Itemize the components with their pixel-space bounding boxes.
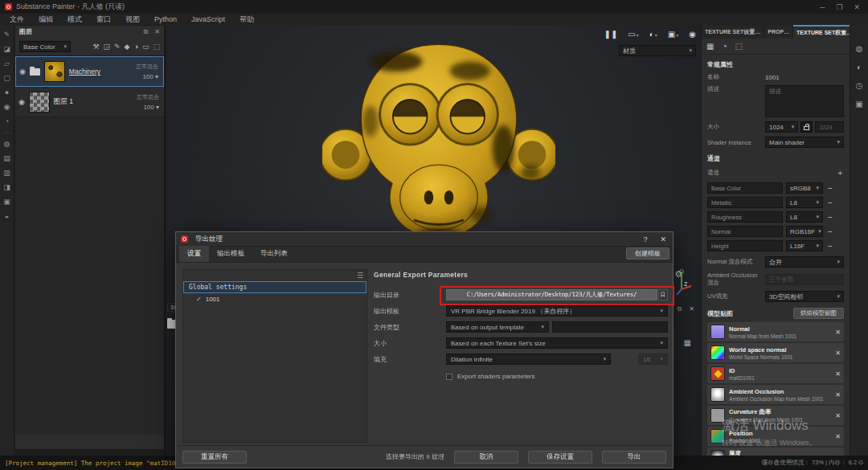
channel-name[interactable]: Metallic xyxy=(707,197,783,208)
add-fill-layer-icon[interactable]: ◲ xyxy=(104,43,111,51)
smudge-tool-icon[interactable]: ● xyxy=(5,89,9,96)
file-type-extra-field[interactable] xyxy=(552,321,668,333)
menu-window[interactable]: 窗口 xyxy=(90,14,117,25)
blend-mode[interactable]: 正常混合 xyxy=(137,93,159,101)
float-panel-icon[interactable]: ⧉ xyxy=(678,305,682,313)
visibility-eye-icon[interactable]: ◉ xyxy=(19,67,26,76)
tab-output-templates[interactable]: 输出模板 xyxy=(209,246,252,262)
size-lock-button[interactable] xyxy=(800,121,813,133)
channel-name[interactable]: Height xyxy=(707,240,783,251)
eraser-tool-icon[interactable]: ◪ xyxy=(3,46,10,53)
paint-tool-icon[interactable]: ✎ xyxy=(4,31,10,39)
output-directory-field[interactable]: C:/Users/Administrator/Desktop/123/凡人修/T… xyxy=(446,289,657,300)
channel-name[interactable]: Base Color xyxy=(707,182,783,194)
reset-all-button[interactable]: 重置所有 xyxy=(182,451,247,464)
list-options-icon[interactable]: ☰ xyxy=(357,272,363,280)
remove-mesh-map-icon[interactable]: ✕ xyxy=(835,433,841,440)
menu-python[interactable]: Python xyxy=(148,15,183,23)
delete-layer-icon[interactable]: ⬚ xyxy=(153,43,160,51)
remove-channel-icon[interactable]: − xyxy=(828,227,833,236)
close-button[interactable]: ✕ xyxy=(854,3,860,11)
menu-help[interactable]: 帮助 xyxy=(233,14,260,25)
dialog-title-bar[interactable]: 导出纹理 ? ✕ xyxy=(176,232,673,247)
layer-thumbnail[interactable] xyxy=(29,92,50,112)
menu-view[interactable]: 视图 xyxy=(119,14,146,25)
size-height-field[interactable]: 1024 xyxy=(815,121,844,133)
shader-instance-select[interactable]: Main shader▾ xyxy=(765,137,844,148)
gear-icon[interactable]: ⚙ xyxy=(674,269,682,280)
display-settings-icon[interactable]: ◍ xyxy=(4,141,10,148)
mesh-map-item[interactable]: NormalNormal Map from Mesh 1001 ✕ xyxy=(707,322,844,341)
camera-icon[interactable]: ▣▾ xyxy=(668,30,678,39)
pause-engine-icon[interactable]: ❚❚ xyxy=(604,30,618,39)
tab-properties[interactable]: PROP… xyxy=(764,25,793,39)
export-size-select[interactable]: Based on each Texture Set's size ▾ xyxy=(446,337,668,349)
mesh-map-item[interactable]: World space normalWorld Space Normals 10… xyxy=(707,343,844,362)
remove-mesh-map-icon[interactable]: ✕ xyxy=(835,412,841,419)
bake-mesh-maps-button[interactable]: 烘焙模型贴图 xyxy=(793,308,844,319)
environment-icon[interactable]: ◐▾ xyxy=(649,30,657,39)
camera-settings-icon[interactable]: ▣ xyxy=(855,100,862,108)
channel-format-select[interactable]: L8▾ xyxy=(786,211,823,223)
channel-format-select[interactable]: RGB16F▾ xyxy=(786,226,823,237)
layers-panel-icon[interactable]: ▥ xyxy=(3,170,10,177)
dialog-close-icon[interactable]: ✕ xyxy=(660,235,666,243)
channel-format-select[interactable]: L8▾ xyxy=(786,197,823,208)
history-icon[interactable]: ◷ xyxy=(856,81,863,90)
layer-row-layer1[interactable]: ◉ 图层 1 正常混合 100 ▾ xyxy=(15,87,164,117)
view-mode-selector[interactable]: 材质 ▾ xyxy=(619,45,696,56)
visibility-eye-icon[interactable]: ◉ xyxy=(18,98,25,106)
file-type-select[interactable]: Based on output template ▾ xyxy=(446,321,549,333)
add-mask-icon[interactable]: ◑ xyxy=(134,43,138,51)
texture-panel-icon[interactable]: ◨ xyxy=(3,184,10,191)
size-select[interactable]: 1024▾ xyxy=(765,121,798,133)
material-mode-icon[interactable]: ◔ xyxy=(722,42,727,51)
asset-grid-icon[interactable]: ▦ xyxy=(684,338,691,347)
add-folder-icon[interactable]: ▭ xyxy=(142,43,149,51)
mesh-map-item[interactable]: PositionPosition 1001 ✕ xyxy=(707,427,844,446)
remove-channel-icon[interactable]: − xyxy=(828,198,833,207)
cancel-button[interactable]: 取消 xyxy=(454,451,518,464)
uv-mode-icon[interactable]: ⬚ xyxy=(735,42,743,51)
channel-selector[interactable]: Base Color ▾ xyxy=(19,41,71,52)
export-shaders-checkbox[interactable] xyxy=(446,374,452,380)
shader-settings-icon[interactable]: ◐ xyxy=(857,63,862,72)
close-panel-icon[interactable]: ✕ xyxy=(154,28,160,36)
iray-render-icon[interactable]: ◒ xyxy=(5,213,9,220)
projection-tool-icon[interactable]: ▱ xyxy=(4,60,10,67)
list-item-global-settings[interactable]: Global settings xyxy=(183,281,366,293)
layer-opacity[interactable]: 100 ▾ xyxy=(137,104,159,111)
description-field[interactable] xyxy=(765,85,844,117)
material-picker-tool-icon[interactable]: ◔ xyxy=(5,118,9,125)
help-icon[interactable]: ? xyxy=(643,235,647,243)
layer-opacity[interactable]: 100 ▾ xyxy=(136,73,158,80)
viewport-display-icon[interactable]: ▭▾ xyxy=(628,30,638,39)
tab-texture-set-weights[interactable]: TEXTURE SET权重… xyxy=(793,25,856,39)
minimize-button[interactable]: ─ xyxy=(820,3,825,11)
add-smart-material-icon[interactable]: ◆ xyxy=(125,43,130,51)
suzanne-model[interactable] xyxy=(322,39,555,250)
channel-format-select[interactable]: L16F▾ xyxy=(786,240,823,251)
blend-mode[interactable]: 正常混合 xyxy=(136,63,158,71)
layer-row-machinery[interactable]: ◉ Machinery 正常混合 100 ▾ xyxy=(15,56,164,87)
screenshot-icon[interactable]: ◉ xyxy=(689,30,696,39)
padding-select[interactable]: Dilation infinite ▾ xyxy=(446,354,611,365)
save-settings-button[interactable]: 保存设置 xyxy=(528,451,592,464)
menu-mode[interactable]: 模式 xyxy=(61,14,88,25)
tab-export-list[interactable]: 导出列表 xyxy=(252,246,296,262)
add-channel-icon[interactable]: ＋ xyxy=(836,167,844,178)
uv-padding-select[interactable]: 3D空间相邻▾ xyxy=(765,291,844,302)
remove-channel-icon[interactable]: − xyxy=(828,242,833,251)
channel-name[interactable]: Normal xyxy=(707,226,783,237)
texture-set-list-icon[interactable]: ▦ xyxy=(706,42,714,51)
layer-name[interactable]: 图层 1 xyxy=(54,97,73,107)
remove-mesh-map-icon[interactable]: ✕ xyxy=(835,329,841,336)
tab-texture-set-settings[interactable]: TEXTURE SET设置… xyxy=(702,25,764,39)
menu-edit[interactable]: 编辑 xyxy=(32,14,59,25)
polygon-fill-tool-icon[interactable]: ▢ xyxy=(3,75,10,82)
create-template-button[interactable]: 创建模板 xyxy=(626,247,669,260)
layer-name[interactable]: Machinery xyxy=(69,67,100,76)
browse-folder-icon[interactable]: 目 xyxy=(658,289,668,300)
normal-mixing-select[interactable]: 合并▾ xyxy=(765,256,844,268)
remove-mesh-map-icon[interactable]: ✕ xyxy=(835,391,841,398)
